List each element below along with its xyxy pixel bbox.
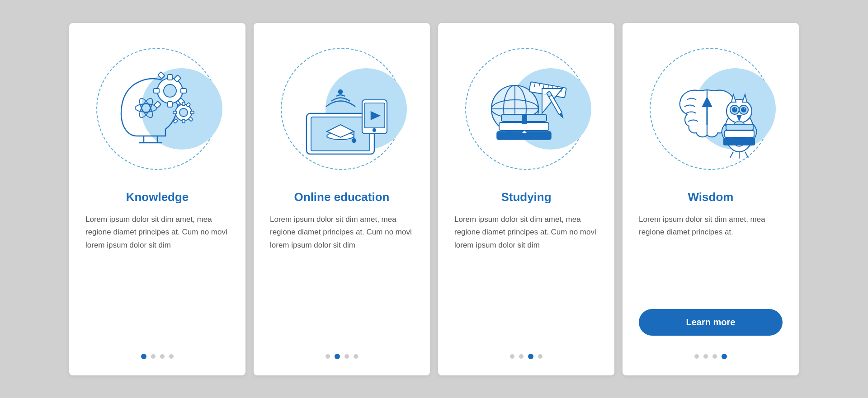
svg-rect-21 <box>190 111 194 114</box>
dot-4 <box>169 354 174 359</box>
card-title-knowledge: Knowledge <box>126 190 189 204</box>
online-education-icon <box>288 55 396 163</box>
icon-area-wisdom <box>643 41 778 177</box>
svg-point-8 <box>164 84 176 97</box>
dots-knowledge <box>141 354 174 359</box>
svg-marker-66 <box>731 94 736 102</box>
dot-2 <box>335 354 340 359</box>
cards-container: Knowledge Lorem ipsum dolor sit dim amet… <box>51 5 817 393</box>
dot-4 <box>722 354 727 359</box>
svg-rect-14 <box>158 71 165 79</box>
dot-3 <box>160 354 165 359</box>
wisdom-icon <box>656 55 765 163</box>
studying-icon <box>472 55 580 163</box>
icon-area-studying <box>458 41 594 177</box>
svg-rect-22 <box>173 111 177 114</box>
svg-rect-10 <box>168 102 172 107</box>
knowledge-icon <box>103 55 212 163</box>
svg-point-33 <box>339 90 342 94</box>
svg-line-78 <box>745 152 748 158</box>
dot-1 <box>326 354 330 359</box>
svg-marker-67 <box>742 94 747 102</box>
svg-line-76 <box>730 152 733 158</box>
card-wisdom: Wisdom Lorem ipsum dolor sit dim amet, m… <box>623 23 799 375</box>
svg-point-18 <box>179 108 188 117</box>
svg-rect-11 <box>181 89 186 93</box>
icon-area-knowledge <box>90 41 225 177</box>
dot-1 <box>510 354 514 359</box>
learn-more-button[interactable]: Learn more <box>639 309 783 336</box>
dots-studying <box>510 354 542 359</box>
svg-rect-81 <box>726 124 753 130</box>
dots-online-education <box>326 354 358 359</box>
svg-rect-79 <box>723 138 755 145</box>
svg-rect-12 <box>154 89 159 93</box>
svg-point-73 <box>744 108 745 110</box>
card-knowledge: Knowledge Lorem ipsum dolor sit dim amet… <box>69 23 245 375</box>
card-title-online-education: Online education <box>294 190 390 204</box>
card-online-education: Online education Lorem ipsum dolor sit d… <box>254 23 430 375</box>
card-title-wisdom: Wisdom <box>688 190 734 204</box>
card-text-online-education: Lorem ipsum dolor sit dim amet, mea regi… <box>270 213 414 340</box>
dot-2 <box>703 354 708 359</box>
icon-area-online-education <box>274 41 410 177</box>
svg-point-37 <box>373 129 376 131</box>
svg-rect-19 <box>182 102 185 106</box>
svg-rect-9 <box>168 75 172 80</box>
dot-3 <box>712 354 717 359</box>
card-text-studying: Lorem ipsum dolor sit dim amet, mea regi… <box>454 213 598 340</box>
svg-rect-80 <box>725 131 754 137</box>
svg-point-32 <box>352 139 356 142</box>
svg-point-72 <box>735 108 736 110</box>
dot-2 <box>519 354 524 359</box>
dot-1 <box>694 354 699 359</box>
svg-rect-59 <box>522 114 527 124</box>
card-text-knowledge: Lorem ipsum dolor sit dim amet, mea regi… <box>85 213 229 340</box>
dot-3 <box>528 354 533 359</box>
card-studying: Studying Lorem ipsum dolor sit dim amet,… <box>438 23 614 375</box>
dots-wisdom <box>694 354 727 359</box>
dot-4 <box>538 354 542 359</box>
dot-4 <box>354 354 358 359</box>
svg-rect-16 <box>154 101 161 108</box>
dot-1 <box>141 354 146 359</box>
dot-2 <box>151 354 156 359</box>
card-title-studying: Studying <box>501 190 551 204</box>
svg-rect-20 <box>182 119 185 123</box>
card-text-wisdom: Lorem ipsum dolor sit dim amet, mea regi… <box>639 213 783 300</box>
dot-3 <box>344 354 349 359</box>
